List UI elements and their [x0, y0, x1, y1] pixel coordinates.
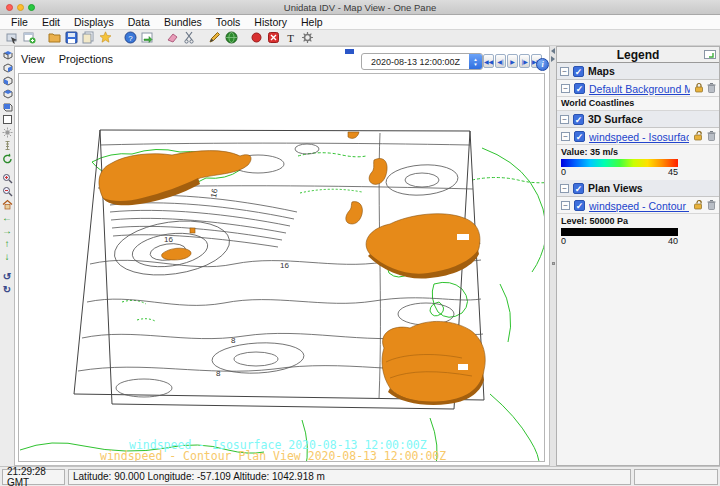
view-top-icon[interactable] — [1, 48, 14, 61]
map-canvas[interactable]: 24 16 16 16 8 8 — [18, 73, 545, 462]
close-window-button[interactable] — [6, 4, 13, 11]
pan-down-icon[interactable]: ↓ — [1, 250, 14, 263]
drawing-pencil-icon[interactable] — [207, 31, 221, 44]
menu-edit[interactable]: Edit — [35, 15, 67, 29]
menu-data[interactable]: Data — [121, 15, 157, 29]
menu-bar: File Edit Displays Data Bundles Tools Hi… — [0, 15, 720, 30]
splitter-grip[interactable] — [552, 262, 555, 265]
zoom-window-button[interactable] — [28, 4, 35, 11]
animation-properties-button[interactable]: i — [536, 58, 549, 71]
open-bundle-icon[interactable] — [47, 31, 61, 44]
zoom-in-icon[interactable] — [1, 172, 14, 185]
menu-projections[interactable]: Projections — [59, 53, 113, 65]
help-icon[interactable]: ? — [123, 31, 137, 44]
trash-icon[interactable] — [707, 82, 716, 95]
isosurface-value-label: Value: 35 m/s — [557, 145, 719, 158]
world-coastlines-label: World Coastlines — [557, 97, 719, 111]
collapse-left-icon[interactable] — [551, 48, 555, 54]
time-stepper[interactable]: ▲▼ — [469, 54, 482, 69]
show-dashboard-icon[interactable] — [5, 31, 19, 44]
favorites-star-icon[interactable] — [98, 31, 112, 44]
view-south-icon[interactable] — [1, 87, 14, 100]
view-2d-icon[interactable] — [1, 113, 14, 126]
lock-open-icon[interactable] — [693, 130, 704, 143]
auto-rotate-icon[interactable] — [1, 152, 14, 165]
cut-icon[interactable] — [182, 31, 196, 44]
pan-left-icon[interactable]: ← — [1, 211, 14, 224]
view-east-icon[interactable] — [1, 74, 14, 87]
contour-plan-scale-max: 40 — [668, 236, 678, 246]
collapse-right-icon[interactable] — [551, 56, 555, 62]
pan-right-icon[interactable]: → — [1, 224, 14, 237]
vertical-scale-icon[interactable] — [1, 139, 14, 152]
undo-view-icon[interactable]: ↺ — [1, 270, 14, 283]
text-note-icon[interactable]: T — [283, 31, 297, 44]
contour-plan-colorbar-wrap: 0 40 — [557, 227, 719, 246]
legend-item-background-maps: − ✓ Default Background Maps — [557, 80, 719, 97]
save-bundle-icon[interactable] — [64, 31, 78, 44]
legend-category-maps: − ✓ Maps — [557, 63, 719, 80]
settings-gear-icon[interactable] — [300, 31, 314, 44]
trash-icon[interactable] — [707, 130, 716, 143]
surface-3d-checkbox[interactable]: ✓ — [573, 114, 584, 125]
reset-home-icon[interactable] — [1, 198, 14, 211]
collapse-contour-plan-icon[interactable]: − — [561, 201, 570, 210]
svg-text:16: 16 — [164, 235, 173, 244]
new-window-icon[interactable] — [22, 31, 36, 44]
delete-all-icon[interactable] — [266, 31, 280, 44]
isosurface-link[interactable]: windspeed - Isosurface — [589, 131, 689, 143]
background-maps-checkbox[interactable]: ✓ — [574, 83, 585, 94]
trash-icon[interactable] — [707, 199, 716, 212]
collapse-isosurface-icon[interactable]: − — [561, 132, 570, 141]
step-forward-button[interactable]: |▶ — [519, 54, 530, 68]
pan-up-icon[interactable]: ↑ — [1, 237, 14, 250]
status-bar: 21:29:28 GMT Latitude: 90.000 Longitude:… — [0, 466, 720, 486]
menu-view[interactable]: View — [21, 53, 45, 65]
plan-views-checkbox[interactable]: ✓ — [573, 183, 584, 194]
menu-help[interactable]: Help — [294, 15, 330, 29]
globe-icon[interactable] — [224, 31, 238, 44]
time-selector[interactable]: 2020-08-13 12:00:00Z ▲▼ — [361, 53, 483, 70]
lock-open-icon[interactable] — [693, 199, 704, 212]
menu-displays[interactable]: Displays — [67, 15, 121, 29]
step-back-button[interactable]: ◀| — [495, 54, 506, 68]
zoom-out-icon[interactable] — [1, 185, 14, 198]
contour-plan-link[interactable]: windspeed - Contour Pl... — [589, 200, 689, 212]
menu-tools[interactable]: Tools — [209, 15, 248, 29]
maps-checkbox[interactable]: ✓ — [573, 66, 584, 77]
lock-closed-icon[interactable] — [694, 82, 704, 95]
menu-history[interactable]: History — [247, 15, 294, 29]
record-movie-icon[interactable] — [249, 31, 263, 44]
redo-view-icon[interactable]: ↻ — [1, 283, 14, 296]
data-chooser-icon[interactable] — [140, 31, 154, 44]
svg-text:T: T — [287, 32, 294, 44]
view-perspective-icon[interactable] — [1, 100, 14, 113]
legend-category-plan-views: − ✓ Plan Views — [557, 180, 719, 197]
contour-plan-colorbar[interactable] — [561, 228, 678, 236]
timeline-indicator[interactable] — [345, 49, 354, 54]
collapse-plan-views-icon[interactable]: − — [560, 184, 569, 193]
isosurface-colorbar-wrap: 0 45 — [557, 158, 719, 177]
isosurface-checkbox[interactable]: ✓ — [574, 131, 585, 142]
background-maps-link[interactable]: Default Background Maps — [589, 83, 690, 95]
surface-3d-category-label: 3D Surface — [588, 113, 643, 125]
menu-bundles[interactable]: Bundles — [157, 15, 209, 29]
play-button[interactable]: ▶ — [507, 54, 518, 68]
copy-bundle-icon[interactable] — [81, 31, 95, 44]
legend-header: Legend — [557, 47, 719, 63]
sun-shading-icon[interactable] — [1, 126, 14, 139]
view-north-icon[interactable] — [1, 61, 14, 74]
float-legend-icon[interactable] — [704, 50, 716, 61]
isosurface-colorbar[interactable] — [561, 159, 678, 167]
eraser-icon[interactable] — [165, 31, 179, 44]
collapse-3d-surface-icon[interactable]: − — [560, 115, 569, 124]
collapse-background-maps-icon[interactable]: − — [561, 84, 570, 93]
minimize-window-button[interactable] — [17, 4, 24, 11]
collapse-maps-icon[interactable]: − — [560, 67, 569, 76]
contour-plan-checkbox[interactable]: ✓ — [574, 200, 585, 211]
step-back-all-button[interactable]: ◀◀ — [483, 54, 494, 68]
menu-file[interactable]: File — [4, 15, 35, 29]
map-view-panel: View Projections 2020-08-13 12:00:00Z ▲▼… — [14, 46, 550, 466]
plan-views-category-label: Plan Views — [588, 182, 643, 194]
isosurface-scale-max: 45 — [668, 167, 678, 177]
